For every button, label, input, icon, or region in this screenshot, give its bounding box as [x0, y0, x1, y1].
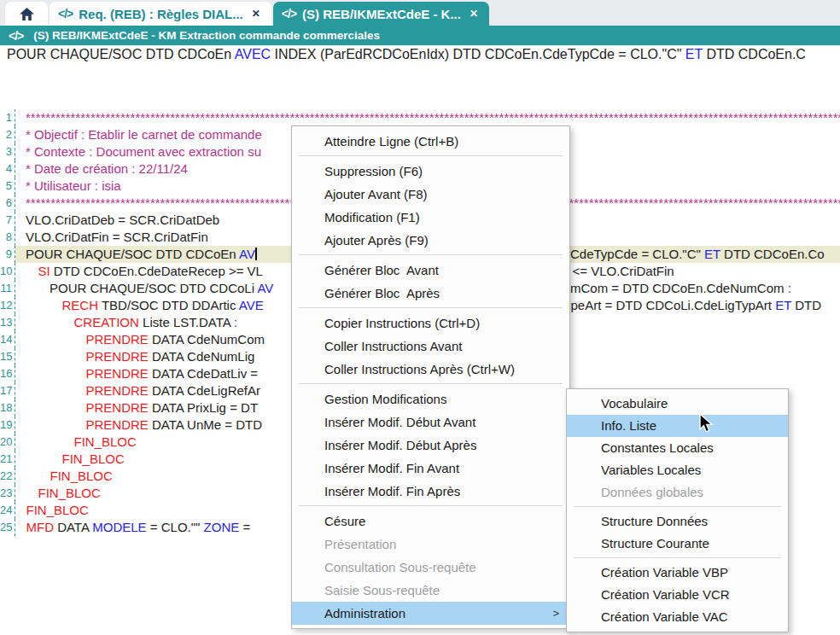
- context-menu: Atteindre Ligne (Ctrl+B)Suppression (F6)…: [291, 125, 570, 629]
- menu-item-label: Création Variable VBP: [601, 565, 728, 580]
- code-text-continuation: mCom = DTD CDCoEn.CdeNumCom :: [570, 280, 791, 297]
- code-segment: PRENDRE: [85, 400, 148, 415]
- code-segment: FIN_BLOC: [38, 486, 100, 500]
- code-icon: </>: [58, 7, 73, 20]
- code-segment: INDEX (ParEdRCDCoEnIdx) DTD CDCoEn.CdeTy…: [271, 47, 685, 61]
- menu-item-label: Ajouter Avant (F8): [324, 187, 428, 201]
- context-menu-item-generer-bloc-avant[interactable]: Générer Bloc Avant: [292, 259, 569, 282]
- menu-item-label: Insérer Modif. Fin Après: [324, 484, 460, 498]
- submenu-item-structure-courante[interactable]: Structure Courante: [567, 533, 788, 555]
- close-icon[interactable]: ✕: [467, 7, 481, 20]
- code-segment: AVEC: [235, 47, 271, 61]
- home-icon: [19, 7, 35, 21]
- menu-item-label: Données globales: [601, 485, 703, 499]
- code-segment: FIN_BLOC: [26, 503, 88, 517]
- code-segment: MFD: [26, 520, 54, 534]
- context-menu-item-copier-instructions-ctrl-d[interactable]: Copier Instructions (Ctrl+D): [292, 312, 569, 335]
- menu-item-label: Suppression (F6): [324, 164, 423, 178]
- context-menu-item-cesure[interactable]: Césure: [292, 510, 569, 533]
- code-segment: CREATION: [73, 315, 138, 329]
- menu-item-label: Consultation Sous-requête: [324, 560, 476, 574]
- submenu-item-info-liste[interactable]: Info. Liste: [567, 415, 788, 437]
- code-segment: DATA CdeLigRefAr: [149, 383, 260, 398]
- menu-separator: [299, 383, 563, 384]
- context-menu-item-inserer-modif-fin-avant[interactable]: Insérer Modif. Fin Avant: [292, 457, 569, 480]
- line-number: 19: [0, 417, 15, 434]
- context-menu-item-coller-instructions-apres-ctrl-w[interactable]: Coller Instructions Après (Ctrl+W): [292, 358, 569, 381]
- code-segment: DTD CDCoEn.Co: [720, 247, 825, 261]
- context-menu-item-gestion-modifications[interactable]: Gestion Modifications: [292, 387, 569, 411]
- line-number: 5: [0, 178, 15, 195]
- context-menu-item-atteindre-ligne-ctrl-b[interactable]: Atteindre Ligne (Ctrl+B): [292, 130, 569, 153]
- menu-item-label: Présentation: [324, 537, 396, 551]
- submenu-item-vocabulaire[interactable]: Vocabulaire: [567, 393, 788, 415]
- line-number: 24: [0, 502, 15, 519]
- code-segment: :: [234, 315, 237, 329]
- submenu-item-creation-variable-vbp[interactable]: Création Variable VBP: [567, 562, 788, 584]
- menu-item-label: Saisie Sous-requête: [324, 583, 440, 597]
- document-title: (S) REB/IKMExtCdeE - KM Extraction comma…: [33, 29, 380, 42]
- line-number: 11: [0, 280, 15, 297]
- context-menu-item-ajouter-apres-f9[interactable]: Ajouter Après (F9): [292, 229, 569, 252]
- menu-item-label: Insérer Modif. Début Après: [324, 438, 476, 452]
- menu-item-label: Création Variable VCR: [601, 587, 730, 602]
- context-menu-item-inserer-modif-debut-apres[interactable]: Insérer Modif. Début Après: [292, 434, 569, 457]
- code-segment: MODELE: [92, 520, 146, 534]
- code-segment: DATA PrixLig = DT: [149, 400, 258, 415]
- code-segment: PRENDRE: [85, 332, 148, 347]
- code-segment: Liste LST.DATA: [139, 315, 234, 329]
- line-number: 21: [0, 451, 15, 468]
- menu-item-label: Vocabulaire: [601, 396, 668, 411]
- submenu-item-structure-donnees[interactable]: Structure Données: [567, 510, 788, 533]
- line-number: 10: [0, 263, 15, 280]
- context-menu-item-coller-instructions-avant[interactable]: Coller Instructions Avant: [292, 335, 569, 358]
- context-menu-item-modification-f1[interactable]: Modification (F1): [292, 206, 569, 229]
- menu-separator: [299, 155, 563, 156]
- code-segment: POUR CHAQUE/SOC DTD CDCoLi: [50, 281, 257, 295]
- code-segment: POUR CHAQUE/SOC DTD CDCoEn: [7, 47, 235, 61]
- menu-item-label: Insérer Modif. Fin Avant: [324, 461, 459, 475]
- line-number: 18: [0, 399, 15, 417]
- code-segment: * Contexte : Document avec extraction su: [26, 144, 261, 159]
- submenu-item-creation-variable-vac[interactable]: Création Variable VAC: [567, 606, 788, 628]
- menu-separator: [299, 254, 563, 255]
- code-segment: DATA: [54, 520, 92, 534]
- context-menu-item-generer-bloc-apres[interactable]: Générer Bloc Après: [292, 282, 569, 305]
- submenu-item-variables-locales[interactable]: Variables Locales: [567, 459, 788, 481]
- tab-km-extraction[interactable]: </> (S) REB/IKMExtCdeE - K... ✕: [273, 2, 489, 26]
- code-segment: <= VLO.CriDatFin: [572, 264, 674, 278]
- code-segment: SI: [38, 264, 50, 278]
- tab-home[interactable]: [5, 2, 48, 26]
- tab-rules-dialog[interactable]: </> Req. (REB) : Règles DIAL... ✕: [50, 2, 271, 26]
- close-icon[interactable]: ✕: [249, 7, 263, 20]
- context-menu-item-inserer-modif-fin-apres[interactable]: Insérer Modif. Fin Après: [292, 480, 569, 503]
- code-segment: ZONE: [204, 520, 240, 534]
- menu-item-label: Générer Bloc Après: [324, 286, 440, 300]
- menu-item-label: Gestion Modifications: [324, 392, 446, 406]
- code-segment: DTD: [791, 298, 821, 312]
- context-menu-item-saisie-sous-requete: Saisie Sous-requête: [292, 579, 569, 602]
- menu-separator: [574, 557, 781, 558]
- code-icon: </>: [282, 7, 296, 20]
- code-segment: * Objectif : Etablir le carnet de comman…: [26, 127, 262, 142]
- line-number: 13: [0, 314, 15, 331]
- menu-item-label: Insérer Modif. Début Avant: [324, 415, 475, 429]
- menu-item-label: Administration: [324, 606, 405, 620]
- mouse-cursor-icon: [698, 413, 717, 437]
- context-menu-item-inserer-modif-debut-avant[interactable]: Insérer Modif. Début Avant: [292, 411, 569, 434]
- context-menu-item-suppression-f6[interactable]: Suppression (F6): [292, 160, 569, 183]
- code-segment: AV: [239, 247, 255, 261]
- menu-item-label: Coller Instructions Avant: [324, 339, 462, 353]
- menu-separator: [574, 506, 781, 507]
- code-segment: CdeTypCde = CLO."C": [570, 247, 704, 261]
- code-line[interactable]: 1***************************************…: [0, 109, 840, 126]
- code-segment: = CLO."": [147, 520, 204, 534]
- code-segment: VLO.CriDatFin = SCR.CriDatFin: [26, 230, 208, 244]
- code-segment: AVE: [239, 298, 264, 312]
- submenu-item-donnees-globales: Données globales: [567, 481, 788, 504]
- context-menu-item-administration[interactable]: Administration>: [292, 602, 569, 625]
- administration-submenu: VocabulaireInfo. ListeConstantes Locales…: [566, 388, 789, 632]
- submenu-item-constantes-locales[interactable]: Constantes Locales: [567, 437, 788, 459]
- context-menu-item-ajouter-avant-f8[interactable]: Ajouter Avant (F8): [292, 183, 569, 206]
- submenu-item-creation-variable-vcr[interactable]: Création Variable VCR: [567, 584, 788, 606]
